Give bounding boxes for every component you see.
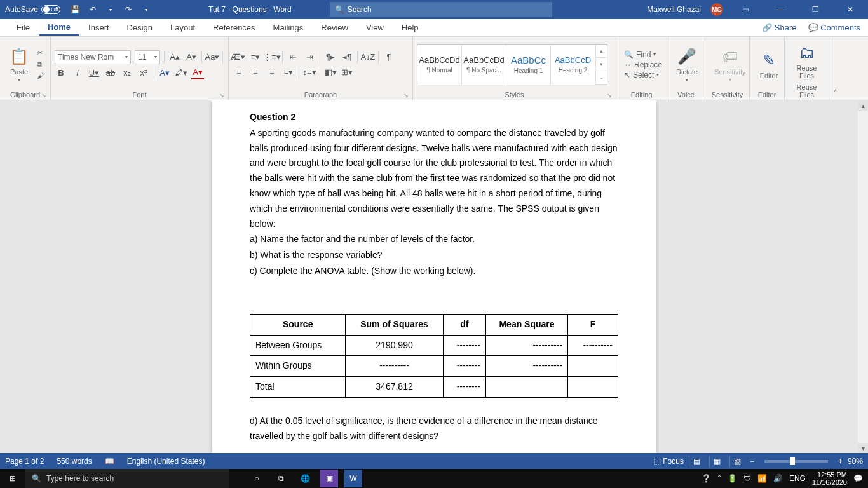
editor-button[interactable]: ✎Editor <box>754 48 784 82</box>
highlight-icon[interactable]: 🖍▾ <box>175 67 187 79</box>
user-avatar[interactable]: MG <box>710 3 723 16</box>
tray-expand-icon[interactable]: ˄ <box>717 474 721 483</box>
user-name[interactable]: Maxweil Ghazal <box>647 5 701 14</box>
print-layout-icon[interactable]: ▦ <box>709 456 724 467</box>
styles-gallery[interactable]: AaBbCcDd¶ Normal AaBbCcDd¶ No Spac... Aa… <box>417 44 607 85</box>
comments-button[interactable]: 💬 Comments <box>808 23 860 32</box>
paste-button[interactable]: 📋 Paste ▾ <box>4 44 34 85</box>
scroll-up-icon[interactable]: ▴ <box>858 100 868 111</box>
numbering-icon[interactable]: ≡▾ <box>249 51 262 64</box>
spellcheck-icon[interactable]: 📖 <box>105 457 114 466</box>
tab-help[interactable]: Help <box>393 20 428 35</box>
undo-more-icon[interactable]: ▾ <box>105 4 116 15</box>
copy-icon[interactable]: ⧉ <box>37 60 46 69</box>
qat-customize-icon[interactable]: ▾ <box>141 4 151 15</box>
tab-view[interactable]: View <box>357 20 393 35</box>
twitch-icon[interactable]: ▣ <box>320 470 338 487</box>
paragraph-launcher-icon[interactable]: ↘ <box>403 92 409 98</box>
battery-icon[interactable]: 🔋 <box>728 474 737 483</box>
style-nospacing[interactable]: AaBbCcDd¶ No Spac... <box>462 45 506 85</box>
redo-icon[interactable]: ↷ <box>123 4 133 15</box>
font-launcher-icon[interactable]: ↘ <box>219 92 224 98</box>
clipboard-launcher-icon[interactable]: ↘ <box>41 92 46 98</box>
tab-review[interactable]: Review <box>312 20 357 35</box>
replace-button[interactable]: ↔Replace <box>624 60 662 69</box>
zoom-slider[interactable] <box>764 460 828 463</box>
notifications-icon[interactable]: 💬 <box>853 474 863 483</box>
tab-file[interactable]: File <box>8 20 39 35</box>
ribbon-display-icon[interactable]: ▭ <box>733 0 758 19</box>
vertical-scrollbar[interactable]: ▴ ▾ <box>858 100 868 453</box>
style-heading1[interactable]: AaBbCcHeading 1 <box>506 45 551 85</box>
increase-indent-icon[interactable]: ⇥ <box>303 51 316 64</box>
dictate-button[interactable]: 🎤Dictate▾ <box>671 44 703 85</box>
clock[interactable]: 12:55 PM 11/16/2020 <box>812 471 847 486</box>
chrome-icon[interactable]: 🌐 <box>296 470 314 487</box>
word-count[interactable]: 550 words <box>57 457 92 466</box>
page-status[interactable]: Page 1 of 2 <box>5 457 44 466</box>
reuse-files-button[interactable]: 🗂Reuse Files <box>789 40 825 82</box>
align-center-icon[interactable]: ≡ <box>249 66 262 79</box>
align-left-icon[interactable]: ≡ <box>233 66 245 79</box>
tab-insert[interactable]: Insert <box>79 20 118 35</box>
styles-more-icon[interactable]: ⌄ <box>595 71 607 85</box>
autosave-toggle[interactable]: AutoSave Off <box>5 5 60 14</box>
grow-font-icon[interactable]: A▴ <box>168 51 181 64</box>
font-name-select[interactable]: Times New Rom▾ <box>55 50 131 64</box>
underline-button[interactable]: U▾ <box>88 67 100 79</box>
close-icon[interactable]: ✕ <box>837 0 863 19</box>
styles-scroll-down-icon[interactable]: ▾ <box>595 58 607 71</box>
cut-icon[interactable]: ✂ <box>37 49 46 58</box>
multilevel-icon[interactable]: ⋮≡▾ <box>266 51 278 64</box>
save-icon[interactable]: 💾 <box>70 4 80 15</box>
zoom-level[interactable]: 90% <box>848 457 863 466</box>
tab-design[interactable]: Design <box>118 20 161 35</box>
undo-icon[interactable]: ↶ <box>88 4 98 15</box>
rtl-icon[interactable]: ◂¶ <box>341 51 353 64</box>
show-marks-icon[interactable]: ¶ <box>383 51 395 64</box>
line-spacing-icon[interactable]: ↕≡▾ <box>303 66 316 79</box>
document-area[interactable]: Question 2 A sporting goods manufacturin… <box>0 100 868 453</box>
search-box[interactable]: 🔍 Search <box>330 2 552 17</box>
justify-icon[interactable]: ≡▾ <box>282 66 295 79</box>
borders-icon[interactable]: ⊞▾ <box>341 66 353 79</box>
word-icon[interactable]: W <box>344 470 362 487</box>
wifi-icon[interactable]: 📶 <box>757 474 767 483</box>
zoom-out-icon[interactable]: − <box>750 457 754 466</box>
format-painter-icon[interactable]: 🖌 <box>37 72 46 81</box>
bold-button[interactable]: B <box>55 67 67 79</box>
text-effects-icon[interactable]: A▾ <box>158 67 171 79</box>
document-page[interactable]: Question 2 A sporting goods manufacturin… <box>212 100 656 453</box>
tab-layout[interactable]: Layout <box>161 20 204 35</box>
zoom-in-icon[interactable]: + <box>838 457 843 466</box>
style-heading2[interactable]: AaBbCcDHeading 2 <box>551 45 595 85</box>
find-button[interactable]: 🔍Find ▾ <box>624 50 662 59</box>
help-icon[interactable]: ❔ <box>702 474 711 483</box>
superscript-button[interactable]: x² <box>137 67 150 79</box>
taskbar-search[interactable]: 🔍 Type here to search <box>25 469 229 488</box>
tab-home[interactable]: Home <box>39 20 79 36</box>
scroll-down-icon[interactable]: ▾ <box>858 443 868 453</box>
style-normal[interactable]: AaBbCcDd¶ Normal <box>417 45 462 85</box>
cortana-icon[interactable]: ○ <box>248 470 266 487</box>
font-color-icon[interactable]: A▾ <box>191 67 204 79</box>
maximize-icon[interactable]: ❐ <box>803 0 828 19</box>
focus-mode[interactable]: ⬚ Focus <box>654 457 684 466</box>
sort-icon[interactable]: A↓Z <box>362 51 374 64</box>
minimize-icon[interactable]: — <box>768 0 793 19</box>
font-size-select[interactable]: 11▾ <box>135 50 160 64</box>
italic-button[interactable]: I <box>71 67 84 79</box>
select-button[interactable]: ↖Select ▾ <box>624 71 662 79</box>
language-status[interactable]: English (United States) <box>127 457 205 466</box>
bullets-icon[interactable]: ☰▾ <box>233 51 245 64</box>
collapse-ribbon-icon[interactable]: ˄ <box>829 37 842 100</box>
ltr-icon[interactable]: ¶▸ <box>324 51 337 64</box>
volume-icon[interactable]: 🔊 <box>773 474 783 483</box>
start-button[interactable]: ⊞ <box>0 469 25 488</box>
shrink-font-icon[interactable]: A▾ <box>185 51 198 64</box>
security-icon[interactable]: 🛡 <box>743 474 751 483</box>
tab-mailings[interactable]: Mailings <box>264 20 313 35</box>
tab-references[interactable]: References <box>204 20 264 35</box>
web-layout-icon[interactable]: ▧ <box>729 456 745 467</box>
align-right-icon[interactable]: ≡ <box>266 66 278 79</box>
